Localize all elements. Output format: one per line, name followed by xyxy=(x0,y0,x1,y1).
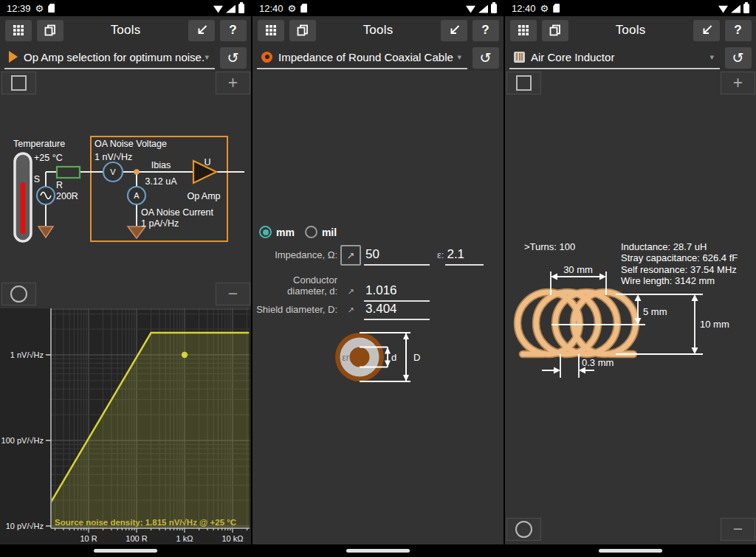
shield-row: Shield diameter, D: ↗ 3.404 xyxy=(252,302,430,320)
radio-mil-label[interactable]: mil xyxy=(322,226,337,238)
noise-current-value[interactable]: 1 pA/√Hz xyxy=(141,218,179,229)
export-arrow-icon xyxy=(447,23,461,38)
svg-text:1 kΩ: 1 kΩ xyxy=(176,534,193,543)
circle-icon xyxy=(515,521,532,538)
battery-icon xyxy=(743,4,749,13)
turns-value[interactable]: >Turns: 100 xyxy=(524,241,575,252)
coil-diameter-dim: 10 mm xyxy=(700,319,729,330)
refresh-icon: ↺ xyxy=(480,49,492,66)
status-bar: 12:40 ⚙ xyxy=(505,0,756,16)
ibias-value[interactable]: 3.12 uA xyxy=(145,176,177,187)
copy-windows-icon xyxy=(44,24,57,37)
svg-text:10 R: 10 R xyxy=(80,534,97,543)
wifi-icon xyxy=(718,5,728,13)
edit-arrow-icon[interactable]: ↗ xyxy=(347,305,354,320)
units-radio-group: mm mil xyxy=(259,226,343,238)
tool-dropdown[interactable]: Op Amp selection for optimum noise.. ▾ xyxy=(4,46,215,69)
shield-input[interactable]: 3.404 xyxy=(364,302,430,320)
share-button[interactable] xyxy=(441,20,467,41)
wire-diameter-dim: 0.3 mm xyxy=(582,357,614,368)
opamp-ref: U xyxy=(204,157,210,167)
export-arrow-icon xyxy=(194,23,209,38)
tool-dropdown[interactable]: Impedance of Round Coaxial Cable ▾ xyxy=(257,46,467,69)
opamp-noise-schematic[interactable]: Temperature +25 °C S R 200R V A OA Noise… xyxy=(0,99,251,280)
svg-text:10 pV/√Hz: 10 pV/√Hz xyxy=(6,522,44,530)
phone-panel-inductor: 12:40 ⚙ Tools ? xyxy=(505,0,756,557)
apps-grid-button[interactable] xyxy=(510,20,537,41)
temperature-value[interactable]: +25 °C xyxy=(34,153,63,163)
wifi-icon xyxy=(466,5,475,13)
edit-arrow-icon[interactable]: ↗ xyxy=(347,287,354,302)
impedance-input[interactable]: 50 xyxy=(364,247,430,266)
impedance-label: Impedance, Ω: xyxy=(252,249,337,266)
radio-mm-label[interactable]: mm xyxy=(276,226,295,238)
gear-icon: ⚙ xyxy=(540,4,549,13)
conductor-input[interactable]: 1.016 xyxy=(364,283,430,302)
windows-button[interactable] xyxy=(289,20,316,41)
noise-density-chart[interactable]: 1 nV/√Hz100 pV/√Hz10 pV/√Hz10 R100 R1 kΩ… xyxy=(0,308,251,544)
reset-button[interactable]: ↺ xyxy=(220,47,247,69)
epsilon-input[interactable]: 2.1 xyxy=(445,247,484,266)
radio-mil[interactable] xyxy=(305,226,317,238)
sim-card-icon xyxy=(553,4,560,13)
copy-windows-icon xyxy=(296,24,309,37)
page-title: Tools xyxy=(66,23,185,38)
svg-text:10 kΩ: 10 kΩ xyxy=(221,534,243,543)
app-header: Tools ? xyxy=(252,16,504,44)
zoom-out-button[interactable]: − xyxy=(216,283,250,305)
noise-current-title: OA Noise Current xyxy=(141,207,213,218)
help-button[interactable]: ? xyxy=(725,20,752,41)
select-mode-button[interactable] xyxy=(506,72,541,94)
resistor-value[interactable]: 200R xyxy=(56,191,78,201)
zoom-in-button[interactable]: + xyxy=(721,72,755,94)
svg-text:1 nV/√Hz: 1 nV/√Hz xyxy=(10,350,44,359)
home-pill[interactable] xyxy=(599,549,662,553)
share-button[interactable] xyxy=(188,20,215,41)
tool-name: Op Amp selection for optimum noise.. xyxy=(24,51,205,63)
opamp-label: Op Amp xyxy=(187,191,220,201)
home-pill[interactable] xyxy=(94,549,157,553)
tool-name: Impedance of Round Coaxial Cable xyxy=(278,51,457,63)
navigation-bar xyxy=(0,544,251,557)
tool-dropdown[interactable]: Air Core Inductor ▾ xyxy=(509,46,720,69)
apps-grid-icon xyxy=(265,24,277,36)
windows-button[interactable] xyxy=(37,20,63,41)
ground-symbol xyxy=(38,226,53,238)
edit-arrow-icon: ↗ xyxy=(347,250,355,261)
help-icon: ? xyxy=(229,23,236,38)
output-select-button[interactable]: ↗ xyxy=(340,245,361,266)
square-icon xyxy=(11,75,27,91)
temperature-label: Temperature xyxy=(13,139,65,149)
circle-select-button[interactable] xyxy=(506,518,541,541)
radio-mm[interactable] xyxy=(259,226,272,238)
reset-button[interactable]: ↺ xyxy=(725,47,752,69)
help-button[interactable]: ? xyxy=(472,20,499,41)
home-pill[interactable] xyxy=(346,549,410,553)
page-title: Tools xyxy=(318,23,438,38)
help-button[interactable]: ? xyxy=(220,20,247,41)
share-button[interactable] xyxy=(693,20,720,41)
square-icon xyxy=(516,75,532,91)
conductor-row: Conductor diameter, d: ↗ 1.016 xyxy=(252,274,430,302)
apps-grid-icon xyxy=(518,24,529,36)
air-core-coil-diagram[interactable]: 30 mm 10 mm 5 mm 0.3 mm xyxy=(505,258,756,391)
apps-grid-button[interactable] xyxy=(5,20,32,41)
zoom-in-button[interactable]: + xyxy=(216,72,250,94)
select-mode-button[interactable] xyxy=(1,72,36,94)
voltmeter-label: V xyxy=(110,167,116,176)
gear-icon: ⚙ xyxy=(288,4,297,13)
navigation-bar xyxy=(505,544,756,557)
reset-button[interactable]: ↺ xyxy=(472,47,499,69)
wifi-icon xyxy=(213,5,223,13)
windows-button[interactable] xyxy=(542,20,568,41)
inductance-value: Inductance: 28.7 uH xyxy=(621,241,738,252)
circle-select-button[interactable] xyxy=(1,283,36,305)
chevron-down-icon: ▾ xyxy=(709,52,714,62)
phone-panel-coax: 12:40 ⚙ Tools ? xyxy=(252,0,504,557)
plus-icon: + xyxy=(733,75,743,91)
zoom-out-button[interactable]: − xyxy=(721,518,755,541)
status-time: 12:40 xyxy=(512,3,536,14)
coax-cross-section-diagram: εr d D xyxy=(252,328,504,391)
apps-grid-button[interactable] xyxy=(258,20,284,41)
noise-voltage-value[interactable]: 1 nV/√Hz xyxy=(94,152,132,162)
